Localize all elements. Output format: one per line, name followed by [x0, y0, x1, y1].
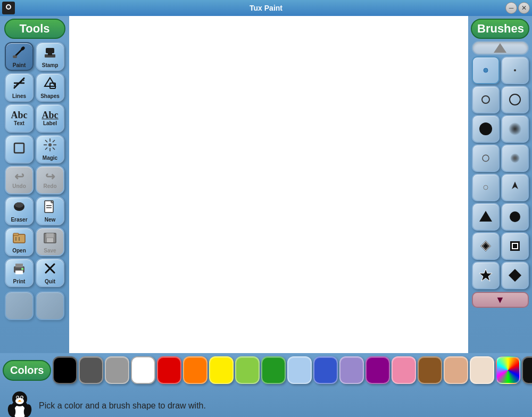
brush-dropdown[interactable]: ▼: [472, 292, 529, 308]
brush-tiny-ring[interactable]: [472, 174, 500, 201]
svg-rect-61: [513, 244, 517, 248]
window-controls[interactable]: ─ ✕: [505, 2, 530, 14]
tool-shapes[interactable]: Shapes: [36, 73, 64, 102]
swatch-white[interactable]: [131, 356, 155, 384]
tool-undo[interactable]: ↩ Undo: [5, 166, 34, 194]
tool-text[interactable]: Abc Text: [5, 104, 34, 133]
colors-header: Colors: [3, 360, 51, 381]
magic-icon: [43, 137, 57, 154]
brush-med-circle[interactable]: [472, 86, 500, 113]
brush-tiny-dot[interactable]: [501, 56, 529, 84]
label-icon: Abc: [41, 110, 58, 120]
brush-small-ring[interactable]: [472, 144, 500, 172]
swatch-mixed[interactable]: [496, 356, 520, 384]
svg-line-20: [53, 148, 55, 150]
brush-circle-solid[interactable]: [501, 203, 529, 231]
tool-label[interactable]: Abc Label: [36, 104, 64, 133]
brush-arrow[interactable]: [501, 174, 529, 201]
svg-rect-35: [46, 233, 54, 238]
swatch-lightblue[interactable]: [287, 356, 312, 384]
lines-icon: [12, 76, 27, 93]
paint-label: Paint: [13, 62, 26, 68]
svg-point-49: [483, 155, 489, 161]
status-message: Pick a color and a brush shape to draw w…: [39, 401, 206, 411]
minimize-button[interactable]: ─: [505, 2, 517, 14]
redo-icon: ↪: [45, 171, 55, 183]
tool-row-7: Open Save: [5, 227, 64, 256]
shapes-label: Shapes: [40, 93, 60, 99]
tool-save[interactable]: Save: [36, 227, 64, 256]
tool-row-8: Print Quit: [5, 258, 64, 287]
swatch-red[interactable]: [157, 356, 181, 384]
brush-diamond-outline[interactable]: [472, 232, 500, 260]
swatch-lavender[interactable]: [339, 356, 364, 384]
tool-extra1[interactable]: [5, 291, 34, 320]
svg-rect-38: [15, 264, 23, 267]
swatch-gray[interactable]: [105, 356, 129, 384]
swatch-peach[interactable]: [470, 356, 494, 384]
tool-lines[interactable]: Lines: [5, 73, 34, 102]
tool-open[interactable]: Open: [5, 227, 34, 256]
new-icon: [43, 199, 57, 216]
swatch-pink[interactable]: [392, 356, 416, 384]
svg-rect-6: [46, 48, 54, 53]
tool-fill[interactable]: [5, 135, 34, 163]
swatch-purple[interactable]: [365, 356, 390, 384]
save-icon: [43, 230, 57, 247]
tool-magic[interactable]: Magic: [36, 135, 64, 163]
tool-redo[interactable]: ↪ Redo: [36, 166, 64, 194]
open-label: Open: [12, 248, 26, 254]
tool-quit[interactable]: Quit: [36, 258, 64, 287]
svg-point-25: [15, 202, 23, 208]
brush-row-7: [472, 232, 529, 260]
tool-eraser[interactable]: Eraser: [5, 197, 34, 225]
swatch-blue[interactable]: [313, 356, 338, 384]
tool-row-5: ↩ Undo ↪ Redo: [5, 166, 64, 194]
quit-label: Quit: [45, 279, 55, 284]
quit-icon: [43, 261, 57, 278]
svg-point-23: [48, 143, 52, 146]
tool-extra2[interactable]: [36, 291, 64, 320]
magic-label: Magic: [43, 155, 57, 161]
brush-large-circle[interactable]: [501, 86, 529, 113]
undo-icon: ↩: [14, 171, 24, 183]
swatch-orange[interactable]: [183, 356, 207, 384]
swatch-skin[interactable]: [444, 356, 468, 384]
swatch-lightgreen[interactable]: [235, 356, 260, 384]
save-label: Save: [44, 248, 56, 254]
brush-filled-large[interactable]: [472, 115, 500, 143]
brush-diamond-solid[interactable]: [501, 261, 529, 289]
brush-soft-med[interactable]: [501, 144, 529, 172]
tool-stamp[interactable]: Stamp: [36, 42, 64, 71]
tool-new[interactable]: New: [36, 197, 64, 225]
dropdown-arrow-icon: ▼: [495, 295, 505, 306]
redo-label: Redo: [44, 183, 57, 189]
swatch-black[interactable]: [53, 356, 77, 384]
swatch-brown[interactable]: [418, 356, 442, 384]
tool-paint[interactable]: Paint: [5, 42, 34, 71]
tool-row-spacer: [5, 291, 64, 320]
svg-point-73: [18, 397, 19, 398]
print-label: Print: [13, 279, 26, 284]
close-button[interactable]: ✕: [518, 2, 530, 14]
svg-point-50: [510, 153, 520, 163]
tool-print[interactable]: Print: [5, 258, 34, 287]
brush-soft-large[interactable]: [501, 115, 529, 143]
swatch-darkgray[interactable]: [79, 356, 103, 384]
size-slider[interactable]: [472, 41, 529, 55]
stamp-label: Stamp: [42, 62, 59, 68]
swatch-green[interactable]: [261, 356, 286, 384]
brush-small-circle[interactable]: [472, 56, 500, 84]
svg-rect-5: [13, 55, 17, 58]
svg-rect-31: [13, 233, 19, 235]
brush-triangle[interactable]: [472, 203, 500, 231]
brush-row-6: [472, 203, 529, 231]
svg-rect-8: [48, 53, 52, 55]
svg-point-48: [509, 122, 521, 135]
new-label: New: [45, 217, 56, 223]
brush-square-outline[interactable]: [501, 232, 529, 260]
svg-line-19: [45, 140, 47, 142]
brush-star[interactable]: [472, 261, 500, 289]
swatch-black2[interactable]: [522, 356, 532, 384]
swatch-yellow[interactable]: [209, 356, 234, 384]
